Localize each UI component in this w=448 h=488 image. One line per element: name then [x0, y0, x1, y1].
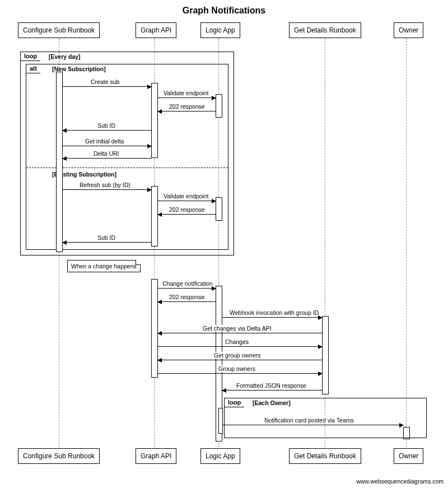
arrow-teams-card — [223, 425, 403, 425]
msg-get-initial-delta: Get initial delta — [84, 138, 125, 145]
msg-202-1: 202 response — [168, 103, 206, 110]
activation-logic-inner — [218, 408, 223, 434]
arrow-delta-uri — [63, 158, 151, 159]
participant-gapi-bottom: Graph API — [136, 448, 176, 464]
msg-sub-id-1: Sub ID — [96, 122, 116, 129]
arrow-202-3 — [158, 301, 216, 302]
participant-gapi-top: Graph API — [136, 22, 176, 38]
participant-own-top: Owner — [394, 22, 423, 38]
note-change-happens: When a change happens — [67, 260, 141, 272]
msg-sub-id-2: Sub ID — [96, 234, 116, 241]
arrow-group-owners — [158, 373, 322, 374]
msg-validate-endpoint-2: Validate endpoint — [162, 193, 209, 199]
arrow-refresh-sub — [63, 189, 151, 190]
activation-logic-existing — [216, 197, 222, 221]
participant-own-bottom: Owner — [394, 448, 423, 464]
participant-cfg-bottom: Configure Sub Runbook — [18, 448, 100, 464]
footer-credit: www.websequencediagrams.com — [356, 478, 444, 485]
arrow-202-1 — [158, 111, 216, 111]
arrow-get-delta — [63, 146, 151, 146]
activation-cfg — [56, 72, 63, 252]
fragment-loop-owner-label: loop — [224, 398, 245, 407]
msg-get-owners: Get group owners — [213, 352, 262, 359]
msg-formatted-json: Formatted JSON response — [235, 382, 307, 389]
msg-get-changes: Get changes via Delta API — [202, 325, 273, 332]
lifeline-own — [406, 38, 407, 447]
msg-delta-uri: Delta URI — [92, 150, 120, 157]
arrow-get-owners — [158, 360, 322, 360]
msg-group-owners: Group owners — [217, 365, 256, 372]
msg-202-3: 202 response — [168, 294, 206, 300]
participant-det-bottom: Get Details Runbook — [289, 448, 361, 464]
arrow-subid-1 — [63, 130, 151, 131]
activation-gapi-notify — [151, 279, 158, 378]
fragment-alt-label: alt — [26, 64, 41, 73]
fragment-loop-day-label: loop — [20, 52, 41, 61]
msg-202-2: 202 response — [168, 206, 206, 213]
arrow-get-changes — [158, 333, 322, 333]
arrow-change-notif — [158, 288, 216, 289]
fragment-loop-owner-guard: [Each Owner] — [253, 399, 291, 406]
msg-refresh-sub: Refresh sub (by ID) — [78, 182, 132, 188]
msg-create-sub: Create sub — [90, 78, 120, 85]
participant-logic-bottom: Logic App — [200, 448, 240, 464]
participant-det-top: Get Details Runbook — [289, 22, 361, 38]
msg-webhook: Webhook invocation with group ID — [228, 309, 320, 316]
note-corner-icon — [136, 260, 141, 265]
participant-logic-top: Logic App — [200, 22, 240, 38]
diagram-title: Graph Notifications — [0, 6, 448, 16]
fragment-loop-day-guard: [Every day] — [49, 53, 81, 60]
activation-det — [322, 316, 329, 394]
arrow-formatted-json — [222, 390, 322, 391]
arrow-validate-2 — [158, 201, 216, 201]
arrow-changes — [158, 346, 322, 347]
arrow-create-sub — [63, 86, 151, 87]
arrow-webhook — [222, 317, 322, 318]
msg-validate-endpoint-1: Validate endpoint — [162, 90, 209, 96]
msg-changes: Changes — [224, 338, 250, 345]
participant-cfg-top: Configure Sub Runbook — [18, 22, 100, 38]
arrow-202-2 — [158, 214, 216, 215]
arrow-subid-2 — [63, 242, 151, 243]
note-text: When a change happens — [71, 263, 137, 269]
msg-change-notification: Change notification — [161, 280, 214, 287]
msg-teams-card: Notification card posted via Teams — [263, 417, 355, 424]
arrow-validate-1 — [158, 97, 216, 98]
activation-logic-new — [216, 94, 222, 118]
activation-gapi-new — [151, 83, 158, 158]
